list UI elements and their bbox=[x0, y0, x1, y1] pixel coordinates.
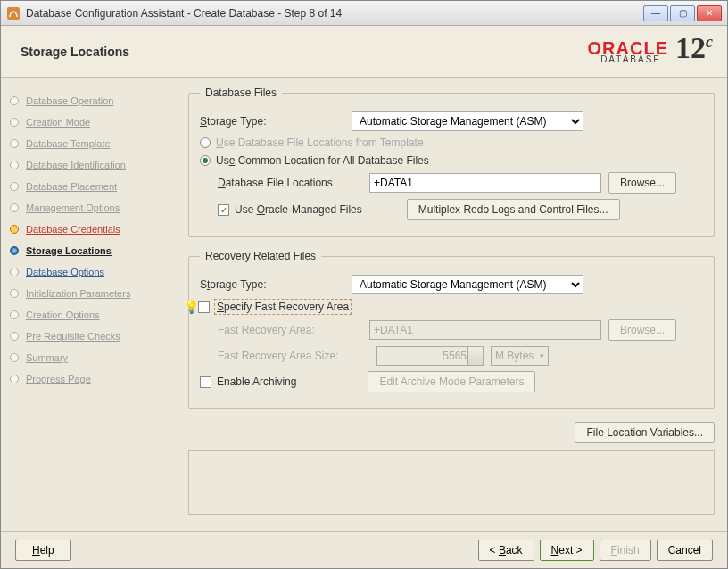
rec-storage-type-label: Storage Type: bbox=[200, 278, 267, 291]
step-dot-icon bbox=[10, 332, 19, 341]
step-summary: Summary bbox=[10, 347, 170, 368]
specify-fra-label: Specify Fast Recovery Area bbox=[215, 300, 351, 314]
step-dot-icon bbox=[10, 246, 19, 255]
cancel-button[interactable]: Cancel bbox=[657, 540, 713, 561]
rec-storage-type-select[interactable]: Automatic Storage Management (ASM) bbox=[352, 275, 583, 294]
fra-input bbox=[369, 320, 601, 340]
close-button[interactable]: ✕ bbox=[697, 5, 722, 21]
step-label: Progress Page bbox=[26, 374, 91, 384]
fra-size-label: Fast Recovery Area Size: bbox=[218, 350, 338, 362]
step-label: Management Options bbox=[26, 202, 120, 213]
radio-icon bbox=[200, 137, 211, 148]
help-button[interactable]: Help bbox=[15, 540, 71, 561]
db-storage-type-label: Storage Type: bbox=[200, 115, 267, 128]
back-button[interactable]: < Back bbox=[478, 540, 534, 561]
window-title: Database Configuration Assistant - Creat… bbox=[26, 7, 643, 20]
message-area bbox=[188, 450, 715, 515]
use-omf-label: Use Oracle-Managed Files bbox=[235, 203, 362, 216]
step-management-options: Management Options bbox=[10, 197, 170, 219]
main-panel: Database Files Storage Type: Automatic S… bbox=[170, 78, 727, 531]
database-files-fieldset: Database Files Storage Type: Automatic S… bbox=[188, 87, 715, 237]
step-creation-options: Creation Options bbox=[10, 304, 170, 326]
specify-fra-checkbox[interactable]: Specify Fast Recovery Area bbox=[198, 300, 351, 314]
maximize-button[interactable]: ▢ bbox=[670, 5, 695, 21]
svg-rect-0 bbox=[7, 7, 20, 20]
step-label: Initialization Parameters bbox=[26, 288, 130, 299]
db-file-locations-input[interactable] bbox=[369, 173, 601, 193]
use-template-label: Use Database File Locations from Templat… bbox=[216, 136, 424, 149]
recovery-files-legend: Recovery Related Files bbox=[200, 250, 321, 262]
file-location-variables-button[interactable]: File Location Variables... bbox=[575, 422, 715, 443]
enable-archiving-label: Enable Archiving bbox=[217, 375, 296, 388]
step-label: Summary bbox=[26, 352, 68, 363]
step-dot-icon bbox=[10, 96, 19, 105]
step-pre-requisite-checks: Pre Requisite Checks bbox=[10, 326, 170, 347]
step-dot-icon bbox=[10, 268, 19, 276]
checkbox-icon bbox=[218, 204, 229, 216]
page-header: Storage Locations ORACLE 12c DATABASE bbox=[1, 26, 727, 78]
fra-label: Fast Recovery Area: bbox=[218, 324, 315, 336]
step-dot-icon bbox=[10, 225, 19, 234]
fra-size-spinner: 5565 bbox=[376, 346, 484, 366]
checkbox-icon bbox=[200, 376, 211, 388]
version-suffix: c bbox=[706, 33, 713, 51]
step-dot-icon bbox=[10, 289, 19, 298]
step-dot-icon bbox=[10, 118, 19, 127]
step-label: Storage Locations bbox=[26, 245, 112, 256]
step-initialization-parameters: Initialization Parameters bbox=[10, 283, 170, 304]
step-storage-locations[interactable]: Storage Locations bbox=[10, 240, 170, 261]
enable-archiving-checkbox[interactable]: Enable Archiving bbox=[200, 375, 296, 388]
step-dot-icon bbox=[10, 203, 19, 212]
step-dot-icon bbox=[10, 310, 19, 319]
wizard-footer: Help < Back Next > Finish Cancel bbox=[1, 531, 727, 568]
step-label: Database Credentials bbox=[26, 224, 120, 235]
lightbulb-icon: 💡 bbox=[184, 301, 196, 313]
step-creation-mode: Creation Mode bbox=[10, 111, 170, 133]
version-number: 12 bbox=[675, 31, 706, 64]
use-template-locations-radio: Use Database File Locations from Templat… bbox=[200, 136, 424, 149]
step-dot-icon bbox=[10, 353, 19, 362]
fra-size-unit-select: M Bytes bbox=[491, 346, 549, 366]
step-label: Database Placement bbox=[26, 181, 117, 192]
step-dot-icon bbox=[10, 182, 19, 191]
step-database-options[interactable]: Database Options bbox=[10, 261, 170, 283]
step-label: Database Operation bbox=[26, 95, 113, 106]
step-database-credentials[interactable]: Database Credentials bbox=[10, 219, 170, 240]
step-label: Creation Options bbox=[26, 309, 100, 320]
edit-archive-params-button: Edit Archive Mode Parameters bbox=[368, 371, 535, 392]
step-label: Database Options bbox=[26, 267, 104, 277]
step-database-placement: Database Placement bbox=[10, 176, 170, 197]
use-omf-checkbox[interactable]: Use Oracle-Managed Files bbox=[218, 203, 362, 216]
db-storage-type-select[interactable]: Automatic Storage Management (ASM) bbox=[352, 111, 583, 131]
fra-browse-button: Browse... bbox=[608, 319, 676, 341]
database-files-legend: Database Files bbox=[200, 87, 282, 99]
step-database-identification: Database Identification bbox=[10, 154, 170, 176]
checkbox-icon bbox=[198, 301, 210, 313]
step-dot-icon bbox=[10, 375, 19, 383]
db-loc-browse-button[interactable]: Browse... bbox=[608, 172, 676, 194]
use-common-location-radio[interactable]: Use Common Location for All Database Fil… bbox=[200, 154, 429, 167]
next-button[interactable]: Next > bbox=[540, 540, 594, 561]
step-label: Database Identification bbox=[26, 160, 126, 170]
step-database-template: Database Template bbox=[10, 133, 170, 154]
step-label: Creation Mode bbox=[26, 117, 90, 128]
recovery-files-fieldset: Recovery Related Files Storage Type: Aut… bbox=[188, 250, 715, 409]
step-dot-icon bbox=[10, 161, 19, 169]
multiplex-button[interactable]: Multiplex Redo Logs and Control Files... bbox=[407, 199, 620, 220]
step-progress-page: Progress Page bbox=[10, 368, 170, 390]
finish-button: Finish bbox=[600, 540, 651, 561]
step-label: Pre Requisite Checks bbox=[26, 331, 120, 342]
page-title: Storage Locations bbox=[21, 45, 129, 59]
radio-icon bbox=[200, 155, 211, 166]
step-label: Database Template bbox=[26, 138, 111, 149]
brand-subtext: DATABASE bbox=[600, 54, 661, 64]
db-file-locations-label: Database File Locations bbox=[218, 177, 333, 189]
minimize-button[interactable]: — bbox=[643, 5, 668, 21]
wizard-steps-sidebar: Database OperationCreation ModeDatabase … bbox=[1, 78, 170, 531]
step-database-operation: Database Operation bbox=[10, 90, 170, 111]
step-dot-icon bbox=[10, 139, 19, 148]
titlebar[interactable]: Database Configuration Assistant - Creat… bbox=[1, 1, 727, 26]
app-icon bbox=[6, 6, 21, 21]
use-common-label: Use Common Location for All Database Fil… bbox=[216, 154, 429, 167]
